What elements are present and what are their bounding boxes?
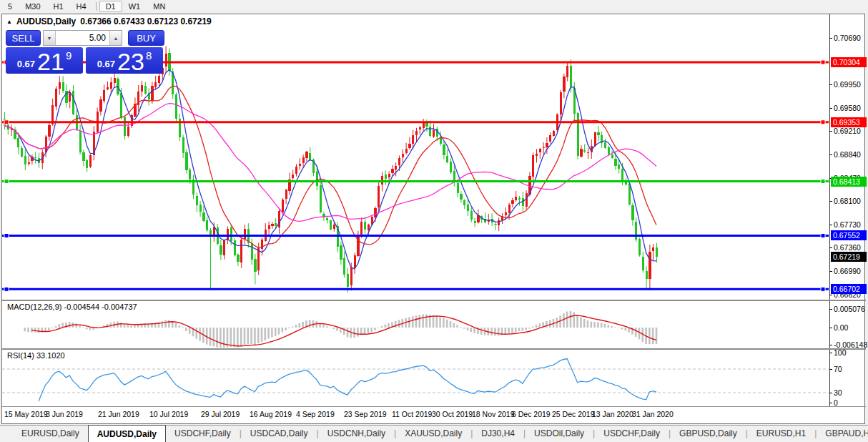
volume-increase-icon[interactable]: ▲ [109, 31, 122, 45]
macd-axis-label: 0.005076 [834, 305, 865, 313]
chart-symbol-title: AUDUSD,Daily [16, 16, 76, 26]
sell-price-prefix: 0.67 [17, 59, 35, 69]
date-axis-label: 31 Jan 2020 [632, 410, 674, 418]
price-axis-tick [829, 271, 832, 272]
price-level-badge: 0.68413 [831, 177, 867, 187]
date-axis-label: 25 Dec 2019 [552, 410, 595, 418]
price-axis-divider [829, 14, 830, 406]
price-axis-label: 0.67730 [834, 220, 861, 229]
chart-ohlc-values: 0.67366 0.67433 0.67123 0.67219 [80, 16, 212, 26]
chart-tab-usdcnh-daily[interactable]: USDCNH,Daily [319, 426, 394, 442]
volume-stepper: ▼ ▲ [43, 30, 122, 46]
chart-tab-gbpusd-daily[interactable]: GBPUSD,Daily [671, 426, 746, 442]
rsi-axis-label: 0 [834, 398, 838, 407]
macd-indicator-label: MACD(12,26,9) -0.004544 -0.004737 [7, 303, 137, 311]
price-level-badge: 0.67552 [831, 230, 867, 240]
date-axis-label: 10 Jul 2019 [149, 410, 188, 418]
price-axis-tick [829, 131, 832, 132]
date-axis-label: 11 Oct 2019 [392, 410, 432, 418]
rsi-pane-separator[interactable] [2, 348, 866, 350]
sell-button[interactable]: SELL [6, 30, 41, 46]
chart-tab-bar: EURUSD,DailyAUDUSD,DailyUSDCHF,Daily|USD… [0, 425, 868, 442]
collapse-panel-icon[interactable]: ▲ [6, 19, 12, 25]
price-level-badge: 0.70304 [831, 57, 867, 67]
date-axis-separator [2, 406, 866, 407]
chart-tab-gbpaud-h1[interactable]: GBPAUD,H1 [817, 426, 868, 442]
price-axis-label: 0.66990 [834, 267, 861, 275]
line-drag-handle[interactable] [821, 233, 825, 237]
rsi-axis-tick [829, 393, 832, 393]
macd-axis-tick [829, 309, 832, 310]
price-axis-label: 0.69950 [834, 80, 861, 89]
chart-tab-eurusd-h1[interactable]: EURUSD,H1 [748, 426, 814, 442]
line-drag-handle[interactable] [4, 233, 9, 237]
date-axis-label: 13 Jan 2020 [592, 410, 633, 418]
date-axis-label: 6 Dec 2019 [512, 410, 551, 418]
chart-tab-dj30-h4[interactable]: DJ30,H4 [473, 426, 523, 442]
price-axis-label: 0.68100 [834, 197, 861, 205]
level-lines-layer [2, 60, 829, 291]
macd-pane-separator[interactable] [2, 300, 866, 301]
price-axis-tick [829, 38, 832, 39]
line-drag-handle[interactable] [4, 180, 9, 184]
price-axis-tick [829, 108, 832, 109]
volume-decrease-icon[interactable]: ▼ [44, 31, 56, 45]
buy-button[interactable]: BUY [128, 30, 164, 46]
line-drag-handle[interactable] [4, 287, 9, 291]
price-axis-label: 0.67360 [834, 243, 861, 252]
chart-tab-usdoil-daily[interactable]: USDOil,Daily [526, 426, 593, 442]
rsi-indicator-label: RSI(14) 33.1020 [7, 351, 65, 360]
sell-price-pip: 9 [66, 49, 71, 62]
price-axis-label: 0.69580 [834, 104, 861, 112]
price-axis-tick [829, 84, 832, 85]
price-axis-label: 0.69210 [834, 127, 861, 135]
date-axis-label: 3 Jun 2019 [46, 410, 83, 418]
rsi-axis-label: 30 [834, 388, 842, 397]
chart-tab-usdcad-daily[interactable]: USDCAD,Daily [242, 426, 317, 442]
line-drag-handle[interactable] [4, 120, 9, 124]
macd-axis-label: 0.00 [834, 323, 848, 332]
price-level-badge: 0.69353 [831, 117, 867, 127]
buy-price-pip: 8 [146, 49, 152, 62]
line-drag-handle[interactable] [821, 60, 825, 64]
chart-tab-xauusd-daily[interactable]: XAUUSD,Daily [396, 426, 470, 442]
sell-price-big: 21 [37, 51, 64, 72]
price-axis-label: 0.68840 [834, 150, 861, 159]
price-axis-tick [829, 295, 832, 295]
date-axis-label: 29 Jul 2019 [201, 410, 240, 418]
rsi-axis-tick [829, 369, 832, 370]
chart-tab-audusd-daily[interactable]: AUDUSD,Daily [88, 425, 166, 442]
rsi-axis-label: 100 [834, 348, 847, 357]
volume-input[interactable] [56, 31, 109, 45]
candles-layer [4, 46, 658, 292]
rsi-axis-tick [829, 353, 832, 353]
date-axis-label: 21 Jun 2019 [98, 410, 139, 418]
date-axis-label: 16 Aug 2019 [250, 410, 292, 418]
rsi-line [39, 359, 656, 402]
macd-axis-tick [829, 345, 832, 345]
macd-axis-tick [829, 328, 832, 328]
line-drag-handle[interactable] [821, 120, 825, 124]
rsi-layer [2, 359, 829, 402]
buy-price-prefix: 0.67 [97, 59, 115, 69]
buy-price-big: 23 [117, 51, 144, 72]
line-drag-handle[interactable] [821, 180, 825, 184]
date-axis-label: 4 Sep 2019 [296, 410, 335, 418]
current-price-badge: 0.67219 [831, 252, 867, 262]
sell-quote[interactable]: 0.67 21 9 [6, 47, 83, 74]
price-axis-tick [829, 247, 832, 248]
chart-tab-usdchf-daily[interactable]: USDCHF,Daily [166, 426, 240, 442]
price-axis-label: 0.70690 [834, 34, 861, 42]
chart-tab-eurusd-daily[interactable]: EURUSD,Daily [13, 426, 88, 442]
moving-averages-layer [4, 70, 656, 269]
price-axis-tick [829, 201, 832, 202]
line-drag-handle[interactable] [821, 287, 825, 291]
date-axis-label: 30 Oct 2019 [432, 410, 473, 418]
terminal-window: 5M30H1H4D1W1MN ▲ AUDUSD,Daily 0.67366 0.… [0, 0, 868, 442]
buy-quote[interactable]: 0.67 23 8 [86, 47, 163, 74]
price-level-badge: 0.66702 [831, 284, 867, 294]
date-axis-label: 23 Sep 2019 [344, 410, 387, 418]
one-click-trading-panel: SELL ▼ ▲ BUY 0.67 21 9 0.67 23 8 [6, 30, 164, 74]
chart-tab-usdchf-daily[interactable]: USDCHF,Daily [595, 426, 669, 442]
price-axis-tick [829, 154, 832, 155]
